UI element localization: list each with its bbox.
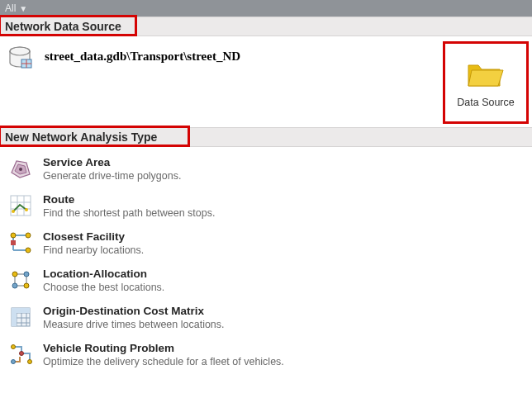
data-source-button[interactable]: Data Source xyxy=(446,45,525,121)
svg-point-39 xyxy=(12,345,16,349)
analysis-item-desc: Choose the best locations. xyxy=(43,282,164,293)
svg-rect-38 xyxy=(12,308,17,326)
svg-rect-21 xyxy=(11,240,16,245)
data-source-button-label: Data Source xyxy=(457,97,514,108)
data-source-path: street_data.gdb\Transport\street_ND xyxy=(45,50,240,64)
svg-point-26 xyxy=(12,272,17,277)
analysis-item-location-allocation[interactable]: Location-Allocation Choose the best loca… xyxy=(0,262,532,299)
svg-point-28 xyxy=(12,283,17,288)
analysis-item-closest-facility[interactable]: Closest Facility Find nearby locations. xyxy=(0,225,532,262)
svg-point-20 xyxy=(26,248,31,253)
od-cost-matrix-icon xyxy=(8,305,33,329)
analysis-item-title: Route xyxy=(43,193,215,206)
folder-open-icon xyxy=(465,57,506,90)
analysis-item-service-area[interactable]: Service Area Generate drive-time polygon… xyxy=(0,150,532,187)
analysis-type-list: Service Area Generate drive-time polygon… xyxy=(0,147,532,377)
analysis-item-desc: Optimize the delivery schedule for a fle… xyxy=(43,356,284,367)
analysis-item-desc: Find nearby locations. xyxy=(43,244,144,256)
svg-point-29 xyxy=(24,283,29,288)
section-header-analysis-type-label: New Network Analysis Type xyxy=(5,130,157,144)
section-header-analysis-type: New Network Analysis Type xyxy=(0,127,532,147)
filter-bar[interactable]: All ▼ xyxy=(0,0,532,17)
svg-point-14 xyxy=(25,208,28,211)
analysis-item-desc: Generate drive-time polygons. xyxy=(43,170,181,182)
analysis-item-route[interactable]: Route Find the shortest path between sto… xyxy=(0,187,532,225)
svg-point-41 xyxy=(12,360,16,364)
analysis-item-title: Vehicle Routing Problem xyxy=(43,342,284,354)
location-allocation-icon xyxy=(8,268,33,292)
dropdown-icon: ▼ xyxy=(19,4,27,13)
analysis-item-title: Location-Allocation xyxy=(43,268,164,280)
svg-point-40 xyxy=(28,360,32,364)
analysis-item-desc: Find the shortest path between stops. xyxy=(43,207,215,219)
closest-facility-icon xyxy=(8,230,33,255)
section-header-data-source-label: Network Data Source xyxy=(5,20,121,33)
service-area-icon xyxy=(8,156,33,181)
svg-point-27 xyxy=(24,272,29,277)
svg-point-13 xyxy=(12,210,15,213)
analysis-item-vehicle-routing[interactable]: Vehicle Routing Problem Optimize the del… xyxy=(0,336,532,373)
data-source-row: street_data.gdb\Transport\street_ND Data… xyxy=(0,36,532,127)
analysis-item-title: Closest Facility xyxy=(43,230,144,243)
geodatabase-icon xyxy=(7,45,36,74)
filter-label: All xyxy=(5,2,16,14)
svg-point-19 xyxy=(26,233,31,238)
section-header-data-source: Network Data Source xyxy=(0,17,532,36)
vehicle-routing-icon xyxy=(8,342,33,367)
route-icon xyxy=(8,193,33,218)
analysis-item-title: Service Area xyxy=(43,156,181,168)
svg-point-18 xyxy=(11,233,16,238)
analysis-item-desc: Measure drive times between locations. xyxy=(43,319,225,330)
analysis-item-od-cost-matrix[interactable]: Origin-Destination Cost Matrix Measure d… xyxy=(0,299,532,336)
svg-point-7 xyxy=(19,168,22,171)
svg-point-42 xyxy=(20,352,24,356)
analysis-item-title: Origin-Destination Cost Matrix xyxy=(43,305,225,317)
